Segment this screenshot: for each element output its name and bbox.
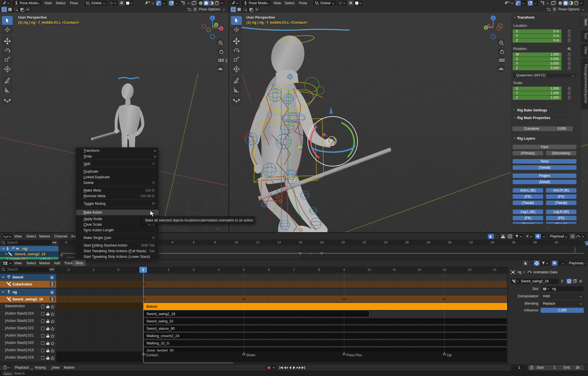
- svg-text:8: 8: [318, 268, 320, 271]
- svg-text:Pass Pos.: Pass Pos.: [347, 353, 363, 357]
- svg-text:2: 2: [150, 241, 152, 244]
- svg-text:34: 34: [491, 241, 494, 244]
- svg-text:10: 10: [367, 268, 371, 271]
- svg-text:1: 1: [142, 268, 144, 272]
- svg-text:36: 36: [512, 241, 515, 244]
- svg-text:Up: Up: [447, 353, 451, 357]
- svg-text:Sword_stance_90: Sword_stance_90: [146, 327, 175, 331]
- svg-text:Walking_crouch2_24: Walking_crouch2_24: [146, 334, 179, 338]
- svg-text:-1: -1: [92, 268, 95, 271]
- svg-text:13: 13: [443, 268, 446, 271]
- svg-text:-2: -2: [107, 241, 110, 244]
- svg-text:28: 28: [427, 241, 430, 244]
- svg-text:2: 2: [168, 268, 169, 271]
- svg-text:X: X: [488, 25, 489, 27]
- svg-text:38: 38: [533, 241, 537, 244]
- svg-text:18: 18: [320, 241, 324, 244]
- svg-text:22: 22: [363, 241, 366, 244]
- svg-text:-6: -6: [64, 241, 67, 244]
- svg-text:Y: Y: [215, 24, 217, 27]
- svg-text:-4: -4: [85, 241, 89, 244]
- svg-text:32: 32: [469, 241, 473, 244]
- svg-text:14: 14: [277, 241, 281, 244]
- svg-text:Sword_swing2_16: Sword_swing2_16: [12, 297, 43, 301]
- svg-text:rig: rig: [517, 270, 521, 274]
- svg-text:40: 40: [554, 241, 558, 244]
- svg-text:24: 24: [384, 241, 388, 244]
- svg-text:Sword: Sword: [12, 275, 23, 279]
- svg-text:Animation Data: Animation Data: [533, 270, 558, 274]
- svg-text:20: 20: [341, 241, 345, 244]
- svg-text:11: 11: [392, 268, 396, 271]
- svg-text:Baked: Baked: [146, 305, 157, 309]
- svg-text:⋮⋮: ⋮⋮: [580, 241, 585, 244]
- svg-text:Y: Y: [485, 27, 487, 29]
- svg-text:Z: Z: [212, 17, 213, 20]
- svg-text:Z: Z: [492, 17, 494, 20]
- svg-text:rig: rig: [23, 247, 27, 251]
- svg-text:12: 12: [418, 268, 421, 271]
- svg-text:15: 15: [493, 268, 497, 271]
- svg-text:Sword_swing2_16: Sword_swing2_16: [146, 312, 175, 316]
- svg-text:8: 8: [214, 241, 216, 244]
- svg-text:Sword_swing_32: Sword_swing_32: [146, 319, 173, 323]
- svg-text:14: 14: [468, 268, 471, 271]
- svg-text:3: 3: [193, 268, 194, 271]
- svg-text:CubeAction: CubeAction: [12, 282, 32, 286]
- svg-text:10: 10: [234, 241, 238, 244]
- svg-text:12: 12: [256, 241, 260, 244]
- svg-text:5: 5: [243, 268, 245, 271]
- svg-text:Down: Down: [246, 353, 255, 357]
- svg-text:Walking_32_G: Walking_32_G: [146, 341, 170, 345]
- svg-text:7: 7: [293, 268, 295, 271]
- svg-text:X: X: [220, 27, 222, 30]
- svg-text:6: 6: [193, 241, 194, 244]
- svg-text:16: 16: [299, 241, 302, 244]
- svg-text:4: 4: [218, 268, 220, 271]
- svg-text:Contact: Contact: [146, 353, 158, 357]
- svg-text:30: 30: [448, 241, 451, 244]
- svg-text:9: 9: [343, 268, 345, 271]
- svg-text:rig: rig: [12, 290, 17, 294]
- svg-text:0: 0: [117, 268, 119, 271]
- svg-text:4: 4: [172, 241, 174, 244]
- svg-text:6: 6: [268, 268, 270, 271]
- svg-text:0: 0: [61, 254, 62, 257]
- svg-text:26: 26: [405, 241, 409, 244]
- svg-text:-2: -2: [67, 268, 70, 271]
- svg-text:0: 0: [129, 241, 131, 244]
- svg-text:Sword_swing2_16: Sword_swing2_16: [15, 252, 45, 256]
